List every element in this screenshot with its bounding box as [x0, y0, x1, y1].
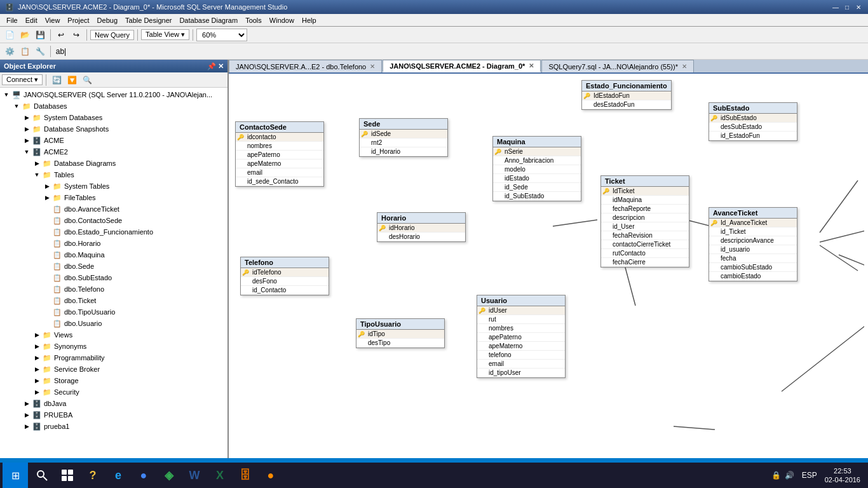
tab-close-2[interactable]: ✕: [682, 63, 687, 70]
oe-pin-button[interactable]: 📌: [207, 62, 216, 71]
tree-expand-15[interactable]: [42, 261, 52, 271]
tree-expand-0[interactable]: ▼: [1, 90, 11, 100]
taskbar-word-button[interactable]: W: [183, 464, 206, 487]
tree-item-7[interactable]: ▼📁Tables: [0, 169, 227, 180]
tab-0[interactable]: JANO\SQLSERVER.A...E2 - dbo.Telefono✕: [229, 60, 382, 72]
tree-expand-26[interactable]: ▶: [32, 387, 42, 397]
tree-expand-4[interactable]: ▶: [22, 135, 32, 146]
zoom-select[interactable]: 60% 75% 100% 125% 150%: [196, 29, 247, 41]
db-table-contactosede[interactable]: ContactoSedeidcontactonombresapePaternoa…: [235, 121, 324, 187]
tree-item-4[interactable]: ▶🗄️ACME: [0, 135, 227, 146]
tree-expand-5[interactable]: ▼: [22, 147, 32, 157]
db-table-telefono[interactable]: TelefonoidTelefonodesFonoid_Contacto: [240, 257, 329, 295]
tree-item-19[interactable]: 📋dbo.TipoUsuario: [0, 306, 227, 318]
tree-item-1[interactable]: ▼📁Databases: [0, 100, 227, 112]
db-table-sede[interactable]: SedeidSedernt2id_Horario: [359, 118, 448, 157]
minimize-button[interactable]: —: [831, 3, 840, 11]
tree-expand-17[interactable]: [42, 284, 52, 294]
tree-item-13[interactable]: 📋dbo.Horario: [0, 238, 227, 249]
taskbar-clock[interactable]: 22:5302-04-2016: [825, 466, 860, 485]
tree-expand-19[interactable]: [42, 307, 52, 317]
tree-item-22[interactable]: ▶📁Synonyms: [0, 341, 227, 352]
tb2-btn2[interactable]: 📋: [18, 44, 32, 58]
tree-expand-6[interactable]: ▶: [32, 158, 42, 168]
new-file-button[interactable]: 📄: [3, 28, 17, 42]
tab-2[interactable]: SQLQuery7.sql - JA...NO\Alejandro (55))*…: [541, 60, 694, 72]
oe-search-button[interactable]: 🔍: [80, 73, 94, 87]
redo-button[interactable]: ↪: [69, 28, 83, 42]
db-table-estadofuncionamiento[interactable]: Estado_FuncionamientoIdEstadoFundesEstad…: [581, 80, 672, 110]
oe-connect-button[interactable]: Connect ▾: [2, 74, 43, 85]
tree-expand-14[interactable]: [42, 250, 52, 260]
tree-expand-27[interactable]: ▶: [22, 398, 32, 409]
tree-expand-8[interactable]: ▶: [42, 181, 52, 191]
tree-expand-22[interactable]: ▶: [32, 341, 42, 351]
db-table-avanceticket[interactable]: AvanceTicketId_AvanceTicketid_Ticketdesc…: [709, 207, 797, 281]
tree-item-27[interactable]: ▶🗄️dbJava: [0, 398, 227, 409]
tb2-btn4[interactable]: ab|: [54, 44, 68, 58]
menu-item-view[interactable]: View: [41, 16, 64, 25]
language-indicator[interactable]: ESP: [799, 471, 820, 480]
tree-expand-2[interactable]: ▶: [22, 112, 32, 123]
menu-item-help[interactable]: Help: [298, 16, 320, 25]
tree-item-15[interactable]: 📋dbo.Sede: [0, 261, 227, 272]
tree-expand-18[interactable]: [42, 295, 52, 306]
tree-expand-29[interactable]: ▶: [22, 421, 32, 431]
tree-item-17[interactable]: 📋dbo.Telefono: [0, 283, 227, 295]
tree-item-3[interactable]: ▶📁Database Snapshots: [0, 123, 227, 135]
oe-close-button[interactable]: ✕: [218, 62, 224, 71]
tree-item-25[interactable]: ▶📁Storage: [0, 375, 227, 386]
tab-1[interactable]: JANO\SQLSERVER.ACME2 - Diagram_0*✕: [383, 60, 541, 72]
tree-item-14[interactable]: 📋dbo.Maquina: [0, 249, 227, 261]
table-view-button[interactable]: Table View ▾: [141, 29, 189, 40]
new-query-button[interactable]: New Query: [90, 30, 134, 40]
menu-item-tools[interactable]: Tools: [241, 16, 266, 25]
tb2-btn3[interactable]: 🔧: [33, 44, 47, 58]
menu-item-table designer[interactable]: Table Designer: [121, 16, 175, 25]
tree-expand-13[interactable]: [42, 238, 52, 248]
menu-item-edit[interactable]: Edit: [22, 16, 41, 25]
db-table-tipousuario[interactable]: TipoUsuarioidTipodesTipo: [356, 318, 445, 348]
start-button[interactable]: ⊞: [3, 463, 28, 488]
tree-item-26[interactable]: ▶📁Security: [0, 386, 227, 398]
db-table-horario[interactable]: HorarioidHorariodesHorario: [377, 212, 466, 242]
tree-item-8[interactable]: ▶📁System Tables: [0, 180, 227, 192]
db-table-maquina[interactable]: MaquinanSerieAnno_fabricacionmodeloidEst…: [492, 136, 581, 201]
tree-expand-25[interactable]: ▶: [32, 376, 42, 386]
tree-expand-1[interactable]: ▼: [11, 101, 22, 111]
tree-item-2[interactable]: ▶📁System Databases: [0, 112, 227, 123]
tree-expand-7[interactable]: ▼: [32, 170, 42, 180]
db-table-subestado[interactable]: SubEstadoidSubEstadodesSubEstadoid_Estad…: [709, 102, 797, 141]
tree-item-12[interactable]: 📋dbo.Estado_Funcionamiento: [0, 226, 227, 238]
taskbar-chrome-button[interactable]: ●: [132, 464, 155, 487]
tree-expand-21[interactable]: ▶: [32, 330, 42, 340]
taskbar-excel-button[interactable]: X: [208, 464, 231, 487]
tree-expand-3[interactable]: ▶: [22, 124, 32, 134]
tree-item-16[interactable]: 📋dbo.SubEstado: [0, 272, 227, 283]
tree-item-21[interactable]: ▶📁Views: [0, 329, 227, 341]
maximize-button[interactable]: □: [843, 3, 851, 11]
tree-expand-28[interactable]: ▶: [22, 410, 32, 420]
tree-item-23[interactable]: ▶📁Programmability: [0, 352, 227, 363]
tree-expand-12[interactable]: [42, 227, 52, 237]
tree-item-28[interactable]: ▶🗄️PRUEBA: [0, 409, 227, 421]
db-table-usuario[interactable]: UsuarioidUserrutnombresapePaternoapeMate…: [477, 295, 566, 378]
menu-item-debug[interactable]: Debug: [93, 16, 121, 25]
taskbar-explorer-button[interactable]: ?: [81, 464, 104, 487]
menu-item-file[interactable]: File: [3, 16, 22, 25]
taskbar-maps-button[interactable]: ◈: [158, 464, 180, 487]
tree-item-0[interactable]: ▼🖥️JANO\SQLSERVER (SQL Server 11.0.2100 …: [0, 89, 227, 100]
tree-item-11[interactable]: 📋dbo.ContactoSede: [0, 215, 227, 226]
oe-refresh-button[interactable]: 🔄: [50, 73, 64, 87]
tree-item-18[interactable]: 📋dbo.Ticket: [0, 295, 227, 306]
taskbar-taskview-button[interactable]: [56, 464, 79, 487]
tree-item-24[interactable]: ▶📁Service Broker: [0, 363, 227, 375]
tree-item-10[interactable]: 📋dbo.AvanceTicket: [0, 203, 227, 215]
menu-item-window[interactable]: Window: [266, 16, 298, 25]
db-table-ticket[interactable]: TicketIdTicketidMaquinafechaReportedescr…: [600, 175, 689, 268]
menu-item-database diagram[interactable]: Database Diagram: [175, 16, 241, 25]
tree-expand-16[interactable]: [42, 273, 52, 283]
oe-filter-button[interactable]: 🔽: [65, 73, 79, 87]
tab-close-1[interactable]: ✕: [529, 62, 534, 69]
tree-expand-9[interactable]: ▶: [42, 193, 52, 203]
